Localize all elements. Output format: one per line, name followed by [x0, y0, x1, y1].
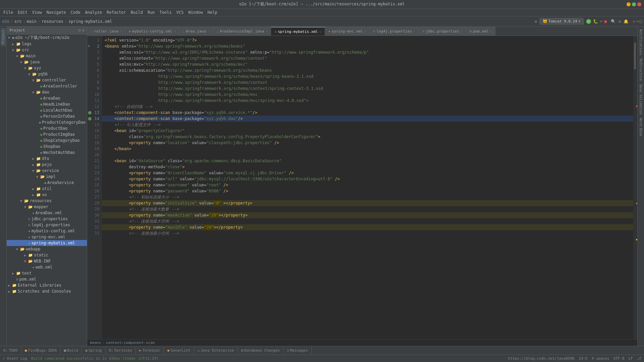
menu-analyze[interactable]: Analyze — [83, 9, 104, 15]
tab-close-button[interactable]: ✕ — [364, 29, 366, 33]
collapse-all-button[interactable]: ⊟ — [78, 28, 81, 33]
tree-item-pojo[interactable]: ▶ 📁 pojo — [7, 162, 87, 168]
breadcrumb-main[interactable]: main — [27, 19, 37, 24]
encoding-utf8[interactable]: UTF-8 — [613, 356, 625, 361]
notifications-panel[interactable]: Notifications — [638, 28, 643, 57]
tree-item-log4j-props[interactable]: ⊙ log4j.properties — [7, 222, 87, 228]
run-icon[interactable]: ▶ — [586, 19, 591, 24]
bottom-tab-services[interactable]: 8: Services — [106, 347, 136, 354]
stop-icon[interactable]: ■ — [604, 19, 607, 24]
minimize-mini-icon[interactable]: ─ — [636, 19, 639, 24]
bottom-tab-todo[interactable]: 6: TODO — [0, 347, 21, 354]
tab-jdbc[interactable]: ⊙ jdbc.properties ✕ — [419, 27, 466, 36]
line-separator-icon[interactable]: LF — [629, 356, 633, 361]
toolbar-icon-settings[interactable]: ⚙ — [535, 19, 537, 24]
bottom-tab-java-enterprise[interactable]: ☕ Java Enterprise — [194, 347, 238, 354]
menu-refactor[interactable]: Refactor — [105, 9, 128, 15]
settings-gear-icon[interactable]: ⚙ — [619, 19, 621, 24]
tree-item-external-libs[interactable]: ▶ 📁 External Libraries — [7, 282, 87, 288]
tree-item-logs[interactable]: ▶ 📁 logs — [7, 41, 87, 47]
tree-item-dto[interactable]: ▶ 📁 dto — [7, 156, 87, 162]
collapse-icon[interactable]: ▼ — [88, 43, 90, 49]
tree-item-productimgdao[interactable]: ● ProductImgDao — [7, 131, 87, 137]
tab-close-button[interactable]: ✕ — [490, 29, 492, 33]
menu-run[interactable]: Run — [146, 9, 157, 15]
tree-item-wechatauthdao[interactable]: ● WechatAuthDao — [7, 149, 87, 156]
tree-item-spring-mvc-xml[interactable]: ✦ spring-mvc.xml — [7, 234, 87, 240]
tree-item-dao[interactable]: ▼ 📂 dao — [7, 89, 87, 95]
breadcrumb-resources[interactable]: resources — [42, 19, 63, 24]
tab-close-button[interactable]: ✕ — [173, 29, 175, 33]
tree-item-localauthdao[interactable]: ● LocalAuthDao — [7, 107, 87, 113]
tree-item-headlinedao[interactable]: ● HeadLineDao — [7, 101, 87, 107]
bottom-tab-spring[interactable]: ● Spring — [82, 347, 105, 354]
tab-spring-mvc[interactable]: ✦ spring-mvc.xml ✕ — [325, 27, 370, 36]
status-url[interactable]: https://blog.csdn.net/java0506 — [508, 356, 575, 361]
tree-item-shopdao[interactable]: ● ShopDao — [7, 143, 87, 149]
git-branch-icon[interactable]: ⎇ — [637, 356, 641, 361]
tree-item-jdbc-props[interactable]: ⊙ jdbc.properties — [7, 216, 87, 222]
breadcrumb-o2o[interactable]: o2o — [2, 19, 9, 24]
bottom-tab-db-changes[interactable]: ⊞ Database Changes — [238, 347, 284, 354]
breadcrumb-file[interactable]: spring-mybatis.xml — [68, 19, 112, 24]
tab-pom[interactable]: m pom.xml ✕ — [466, 27, 495, 36]
bottom-tab-terminal[interactable]: ▶ Terminal — [136, 347, 164, 354]
tree-item-scratches[interactable]: ▶ 📁 Scratches and Consoles — [7, 288, 87, 294]
tree-item-mapper[interactable]: ▼ 📂 mapper — [7, 204, 87, 210]
tree-item-web-inf[interactable]: ▼ 📂 WEB-INF — [7, 258, 87, 264]
notification-icon[interactable]: 🔔 — [624, 19, 629, 24]
window-controls[interactable] — [627, 2, 641, 6]
close-button[interactable] — [637, 2, 641, 6]
tab-close-button[interactable]: ✕ — [265, 29, 267, 33]
code-editor[interactable]: 1 ▼2 3 4 5 6 7 8 9 10 11 12 ⬤13 ⬤14 15 1… — [87, 36, 637, 339]
restructure-panel[interactable]: ReStructure — [638, 57, 643, 82]
tab-close-button[interactable]: ✕ — [319, 30, 321, 34]
menu-navigate[interactable]: Navigate — [45, 9, 68, 15]
menu-help[interactable]: Help — [206, 9, 219, 15]
tree-item-mybatis-xml[interactable]: ✦ mybatis-config.xml — [7, 228, 87, 234]
tree-item-util[interactable]: ▶ 📁 util — [7, 186, 87, 192]
menu-window[interactable]: Window — [186, 9, 205, 15]
tree-item-areadao-xml[interactable]: ✦ AreaDao.xml — [7, 210, 87, 216]
code-content[interactable]: <?xml version="1.0" encoding="UTF-8"?> <… — [102, 36, 633, 339]
bean-validation-panel[interactable]: Bean Validation — [638, 83, 643, 116]
tree-item-areacontroller[interactable]: ● AreaController — [7, 83, 87, 89]
tree-item-productcategorydao[interactable]: ● ProductCategoryDao — [7, 119, 87, 125]
tree-item-o2o[interactable]: ▼ ◼ o2o ~/下载/boot-crm/o2o — [7, 35, 87, 41]
maximize-button[interactable] — [632, 2, 636, 6]
tree-item-yq56[interactable]: ▼ 📂 yq56 — [7, 71, 87, 77]
vertical-scrollbar[interactable] — [633, 36, 637, 339]
menu-file[interactable]: File — [1, 9, 15, 15]
tree-item-test[interactable]: ▶ 📁 test — [7, 270, 87, 276]
tree-item-areadao[interactable]: ● AreaDao — [7, 95, 87, 101]
minimize-button[interactable] — [627, 2, 631, 6]
tab-roller-java[interactable]: ☕ roller.java ✕ — [87, 27, 125, 36]
tab-close-button[interactable]: ✕ — [120, 29, 122, 33]
tree-item-pom[interactable]: m pom.xml — [7, 276, 87, 282]
project-tab[interactable]: Project — [1, 28, 6, 46]
tree-item-spring-mybatis-xml[interactable]: ✦ spring-mybatis.xml — [7, 240, 87, 246]
tab-mybatis-config[interactable]: ✦ mybatis-config.xml ✕ — [125, 27, 179, 36]
tree-item-areaservice[interactable]: ● AreaService — [7, 180, 87, 186]
tree-item-main[interactable]: ▼ 📂 main — [7, 53, 87, 59]
tab-areaserviceimpl[interactable]: ☕ AreaServiceImpl.java ✕ — [213, 27, 271, 36]
coverage-icon[interactable]: ☂ — [600, 19, 602, 24]
tab-log4j[interactable]: ⊙ log4j.properties ✕ — [370, 27, 419, 36]
menu-vcs[interactable]: VCS — [174, 9, 186, 15]
maximize-mini-icon[interactable]: □ — [640, 19, 642, 24]
tree-item-productdao[interactable]: ● ProductDao — [7, 125, 87, 131]
word-book-panel[interactable]: Word Book — [638, 117, 643, 137]
tab-close-button[interactable]: ✕ — [207, 29, 209, 33]
debug-icon[interactable]: 🐛 — [593, 19, 598, 24]
menu-tools[interactable]: Tools — [158, 9, 174, 15]
tree-item-webapp[interactable]: ▼ 📂 webapp — [7, 246, 87, 252]
tree-item-personinfodao[interactable]: ● PersonInfoDao — [7, 113, 87, 119]
tree-item-web-xml[interactable]: ✦ web.xml — [7, 264, 87, 270]
event-log-label[interactable]: ⚡ Event Log — [3, 356, 27, 361]
breadcrumb-src[interactable]: src — [14, 19, 22, 24]
tree-item-static[interactable]: ▶ 📁 static — [7, 252, 87, 258]
tab-spring-mybatis[interactable]: ✦ spring-mybatis.xml ✕ — [271, 27, 325, 36]
search-icon[interactable]: 🔍 — [611, 19, 616, 24]
tomcat-run-button[interactable]: 🐱 Tomcat 9.0.24 ▼ — [540, 18, 584, 24]
bottom-tab-findbugs[interactable]: ● FindBugs-IDEA — [21, 347, 61, 354]
